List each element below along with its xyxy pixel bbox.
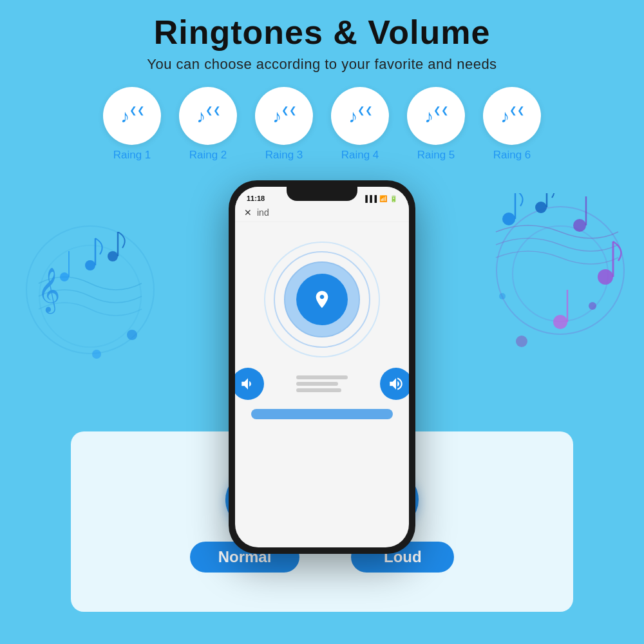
ring-item-1[interactable]: ♪ ❮❮ Raing 1 [103, 87, 161, 162]
ring-item-2[interactable]: ♪ ❮❮ Raing 2 [179, 87, 237, 162]
svg-text:𝄞: 𝄞 [37, 268, 60, 314]
concentric-rings [264, 242, 380, 357]
ring-label-2: Raing 2 [189, 149, 227, 162]
svg-point-31 [516, 336, 527, 347]
page: Ringtones & Volume You can choose accord… [0, 0, 644, 644]
svg-point-27 [598, 269, 613, 285]
app-title: ind [257, 207, 269, 218]
notes-right-svg [483, 193, 625, 374]
close-icon: ✕ [244, 207, 252, 218]
svg-text:❮❮: ❮❮ [281, 105, 297, 116]
svg-point-17 [60, 272, 69, 281]
ring-item-5[interactable]: ♪ ❮❮ Raing 5 [407, 87, 465, 162]
phone-loud-btn [380, 368, 409, 400]
ring-circle-2: ♪ ❮❮ [179, 87, 237, 145]
phone-bottom-btn [251, 409, 393, 419]
ring-label-6: Raing 6 [493, 149, 531, 162]
page-subtitle: You can choose according to your favorit… [0, 56, 644, 73]
svg-point-20 [92, 350, 101, 359]
ring-icon-3: ♪ ❮❮ [270, 102, 298, 130]
ring-circle-1: ♪ ❮❮ [103, 87, 161, 145]
ring-icon-1: ♪ ❮❮ [118, 102, 146, 130]
svg-text:❮❮: ❮❮ [357, 105, 373, 116]
phone-app-bar: ✕ ind [235, 205, 409, 222]
battery-icon: 🔋 [390, 195, 397, 202]
ring-circle-6: ♪ ❮❮ [483, 87, 541, 145]
svg-text:♪: ♪ [348, 106, 357, 126]
music-notes-right [483, 193, 625, 376]
phone-vol-row [235, 368, 409, 400]
ring-icon-2: ♪ ❮❮ [194, 102, 222, 130]
center-circle [296, 274, 348, 325]
svg-text:♪: ♪ [500, 106, 509, 126]
svg-text:♪: ♪ [196, 106, 205, 126]
svg-text:♪: ♪ [424, 106, 433, 126]
ring-item-3[interactable]: ♪ ❮❮ Raing 3 [255, 87, 313, 162]
ring-icon-4: ♪ ❮❮ [346, 102, 374, 130]
phone-speaker-loud [388, 375, 404, 392]
svg-point-25 [573, 219, 586, 232]
svg-text:❮❮: ❮❮ [509, 105, 525, 116]
phone-text-line-2 [296, 382, 338, 386]
phone-normal-btn [235, 368, 264, 400]
ring-label-1: Raing 1 [113, 149, 151, 162]
svg-text:❮❮: ❮❮ [433, 105, 449, 116]
svg-text:♪: ♪ [120, 106, 129, 126]
page-title: Ringtones & Volume [0, 14, 644, 51]
location-pin-icon [312, 289, 332, 310]
svg-point-15 [108, 251, 118, 261]
wifi-icon: 📶 [379, 195, 387, 202]
phone-outer: 11:18 ▐▐▐ 📶 🔋 ✕ ind [229, 180, 415, 554]
ring-label-4: Raing 4 [341, 149, 379, 162]
music-notes-left: 𝄞 [32, 232, 155, 383]
phone-time: 11:18 [247, 194, 265, 202]
phone-speaker-normal [240, 375, 256, 392]
phone-screen: 11:18 ▐▐▐ 📶 🔋 ✕ ind [235, 187, 409, 547]
ring-circle-5: ♪ ❮❮ [407, 87, 465, 145]
ring-item-4[interactable]: ♪ ❮❮ Raing 4 [331, 87, 389, 162]
svg-point-19 [127, 330, 137, 340]
svg-point-23 [535, 202, 547, 213]
svg-text:❮❮: ❮❮ [205, 105, 221, 116]
phone-mockup: 11:18 ▐▐▐ 📶 🔋 ✕ ind [229, 180, 415, 554]
svg-point-29 [553, 315, 567, 329]
ring-icon-6: ♪ ❮❮ [498, 102, 526, 130]
ring-icon-5: ♪ ❮❮ [422, 102, 450, 130]
phone-content [235, 222, 409, 419]
ring-circle-3: ♪ ❮❮ [255, 87, 313, 145]
phone-text-block [296, 375, 348, 392]
phone-text-line-1 [296, 375, 348, 379]
header: Ringtones & Volume You can choose accord… [0, 0, 644, 73]
svg-text:❮❮: ❮❮ [129, 105, 145, 116]
svg-point-13 [85, 260, 95, 270]
ring-label-5: Raing 5 [417, 149, 455, 162]
signal-icon: ▐▐▐ [363, 195, 377, 202]
phone-notch [287, 187, 357, 201]
phone-text-line-3 [296, 388, 341, 392]
ring-item-6[interactable]: ♪ ❮❮ Raing 6 [483, 87, 541, 162]
ring-label-3: Raing 3 [265, 149, 303, 162]
svg-point-33 [499, 293, 506, 299]
phone-status-icons: ▐▐▐ 📶 🔋 [363, 195, 397, 202]
svg-text:♪: ♪ [272, 106, 281, 126]
svg-point-21 [502, 213, 515, 225]
ring-circle-4: ♪ ❮❮ [331, 87, 389, 145]
ringtones-row: ♪ ❮❮ Raing 1 ♪ ❮❮ Raing 2 ♪ ❮❮ R [0, 87, 644, 162]
notes-left-svg: 𝄞 [32, 232, 155, 380]
svg-point-32 [589, 302, 596, 310]
